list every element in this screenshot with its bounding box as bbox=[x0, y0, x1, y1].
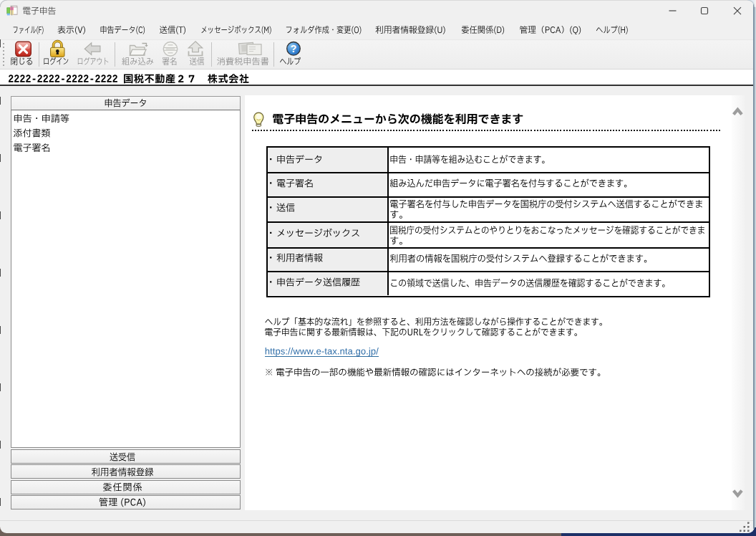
svg-text:?: ? bbox=[291, 43, 297, 54]
